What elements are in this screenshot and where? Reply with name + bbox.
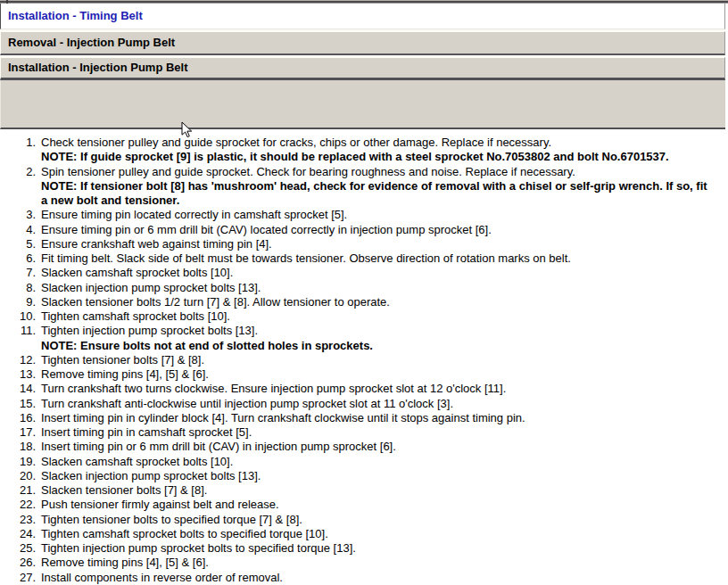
step-number: 6. bbox=[0, 251, 36, 266]
step-number: 13. bbox=[0, 367, 36, 382]
step-text: Insert timing pin in camshaft sprocket [… bbox=[41, 425, 728, 440]
step-text: Spin tensioner pulley and guide sprocket… bbox=[41, 165, 728, 179]
procedure-step-row: 3. Ensure timing pin located correctly i… bbox=[0, 208, 728, 222]
step-number: 23. bbox=[0, 513, 36, 527]
note-text: NOTE: Ensure bolts not at end of slotted… bbox=[41, 339, 728, 353]
step-text: Remove timing pins [4], [5] & [6]. bbox=[41, 367, 728, 382]
procedure-step-row: 6. Fit timing belt. Slack side of belt m… bbox=[0, 251, 728, 266]
step-number: 3. bbox=[0, 208, 36, 222]
step-number: 9. bbox=[0, 295, 36, 309]
procedure-step-row: 24. Tighten camshaft sprocket bolts to s… bbox=[0, 527, 728, 541]
step-number: 15. bbox=[0, 397, 36, 411]
procedure-step-row: 10. Tighten camshaft sprocket bolts [10]… bbox=[0, 309, 728, 324]
step-number: 27. bbox=[0, 571, 36, 585]
procedure-step-row: 18. Insert timing pin or 6 mm drill bit … bbox=[0, 440, 728, 454]
step-text: Ensure timing pin or 6 mm drill bit (CAV… bbox=[41, 223, 728, 237]
note-number-spacer bbox=[0, 339, 36, 353]
empty-gray-panel bbox=[0, 80, 725, 129]
clipped-divider bbox=[6, 0, 8, 4]
step-number: 11. bbox=[0, 324, 36, 338]
procedure-step-row: 19. Slacken camshaft sprocket bolts [10]… bbox=[0, 455, 728, 469]
procedure-step-row: 17. Insert timing pin in camshaft sprock… bbox=[0, 425, 728, 440]
step-text: Slacken injection pump sprocket bolts [1… bbox=[41, 281, 728, 295]
procedure-step-row: 1. Check tensioner pulley and guide spro… bbox=[0, 136, 728, 150]
procedure-step-row: 23. Tighten tensioner bolts to specified… bbox=[0, 513, 728, 527]
step-number: 8. bbox=[0, 281, 36, 295]
step-text: Slacken tensioner bolts 1/2 turn [7] & [… bbox=[41, 295, 728, 309]
step-text: Ensure timing pin located correctly in c… bbox=[41, 208, 728, 222]
section-header-installation-injection-pump-belt[interactable]: Installation - Injection Pump Belt bbox=[0, 57, 725, 80]
step-text: Remove timing pins [4], [5] & [6]. bbox=[41, 556, 728, 570]
procedure-note-row: NOTE: If guide sprocket [9] is plastic, … bbox=[0, 150, 728, 164]
step-number: 20. bbox=[0, 469, 36, 483]
procedure-note-row: a new bolt and tensioner. bbox=[0, 194, 728, 208]
step-number: 22. bbox=[0, 498, 36, 512]
step-number: 26. bbox=[0, 556, 36, 570]
procedure-step-row: 11. Tighten injection pump sprocket bolt… bbox=[0, 324, 728, 338]
step-text: Tighten injection pump sprocket bolts to… bbox=[41, 541, 728, 556]
step-number: 17. bbox=[0, 425, 36, 440]
note-number-spacer bbox=[0, 179, 36, 194]
step-number: 24. bbox=[0, 527, 36, 541]
step-text: Tighten camshaft sprocket bolts to speci… bbox=[41, 527, 728, 541]
procedure-step-row: 7. Slacken camshaft sprocket bolts [10]. bbox=[0, 266, 728, 280]
step-text: Insert timing pin or 6 mm drill bit (CAV… bbox=[41, 440, 728, 454]
note-text: a new bolt and tensioner. bbox=[41, 194, 728, 208]
step-text: Slacken camshaft sprocket bolts [10]. bbox=[41, 266, 728, 280]
section-header-label: Installation - Injection Pump Belt bbox=[8, 61, 188, 74]
section-accordion: Installation - Timing Belt Removal - Inj… bbox=[0, 4, 725, 80]
procedure-list: 1. Check tensioner pulley and guide spro… bbox=[0, 136, 728, 585]
procedure-step-row: 13. Remove timing pins [4], [5] & [6]. bbox=[0, 367, 728, 382]
step-text: Slacken injection pump sprocket bolts [1… bbox=[41, 469, 728, 483]
step-number: 25. bbox=[0, 541, 36, 556]
procedure-content: 1. Check tensioner pulley and guide spro… bbox=[0, 129, 728, 585]
note-number-spacer bbox=[0, 150, 36, 164]
clipped-section-above bbox=[0, 0, 728, 4]
section-header-label: Removal - Injection Pump Belt bbox=[8, 36, 175, 49]
procedure-step-row: 21. Slacken tensioner bolts [7] & [8]. bbox=[0, 483, 728, 498]
step-number: 14. bbox=[0, 382, 36, 396]
procedure-step-row: 15. Turn crankshaft anti-clockwise until… bbox=[0, 397, 728, 411]
section-header-removal-injection-pump-belt[interactable]: Removal - Injection Pump Belt bbox=[0, 31, 725, 55]
note-number-spacer bbox=[0, 194, 36, 208]
step-text: Slacken tensioner bolts [7] & [8]. bbox=[41, 483, 728, 498]
procedure-step-row: 25. Tighten injection pump sprocket bolt… bbox=[0, 541, 728, 556]
step-number: 10. bbox=[0, 309, 36, 324]
step-text: Ensure crankshaft web against timing pin… bbox=[41, 237, 728, 251]
step-number: 2. bbox=[0, 165, 36, 179]
section-header-installation-timing-belt[interactable]: Installation - Timing Belt bbox=[0, 4, 725, 29]
step-text: Fit timing belt. Slack side of belt must… bbox=[41, 251, 728, 266]
procedure-step-row: 26. Remove timing pins [4], [5] & [6]. bbox=[0, 556, 728, 570]
step-text: Insert timing pin in cylinder block [4].… bbox=[41, 411, 728, 425]
step-text: Check tensioner pulley and guide sprocke… bbox=[41, 136, 728, 150]
step-number: 1. bbox=[0, 136, 36, 150]
step-number: 5. bbox=[0, 237, 36, 251]
step-text: Tighten injection pump sprocket bolts [1… bbox=[41, 324, 728, 338]
section-header-label: Installation - Timing Belt bbox=[8, 9, 143, 22]
procedure-note-row: NOTE: Ensure bolts not at end of slotted… bbox=[0, 339, 728, 353]
note-text: NOTE: If tensioner bolt [8] has 'mushroo… bbox=[41, 179, 728, 194]
procedure-step-row: 22. Push tensioner firmly against belt a… bbox=[0, 498, 728, 512]
procedure-note-row: NOTE: If tensioner bolt [8] has 'mushroo… bbox=[0, 179, 728, 194]
procedure-step-row: 4. Ensure timing pin or 6 mm drill bit (… bbox=[0, 223, 728, 237]
procedure-step-row: 8. Slacken injection pump sprocket bolts… bbox=[0, 281, 728, 295]
step-text: Tighten camshaft sprocket bolts [10]. bbox=[41, 309, 728, 324]
procedure-step-row: 2. Spin tensioner pulley and guide sproc… bbox=[0, 165, 728, 179]
procedure-step-row: 9. Slacken tensioner bolts 1/2 turn [7] … bbox=[0, 295, 728, 309]
step-text: Tighten tensioner bolts [7] & [8]. bbox=[41, 353, 728, 367]
procedure-step-row: 14. Turn crankshaft two turns clockwise.… bbox=[0, 382, 728, 396]
procedure-step-row: 5. Ensure crankshaft web against timing … bbox=[0, 237, 728, 251]
step-number: 16. bbox=[0, 411, 36, 425]
procedure-step-row: 20. Slacken injection pump sprocket bolt… bbox=[0, 469, 728, 483]
step-text: Push tensioner firmly against belt and r… bbox=[41, 498, 728, 512]
step-text: Turn crankshaft anti-clockwise until inj… bbox=[41, 397, 728, 411]
step-number: 7. bbox=[0, 266, 36, 280]
step-number: 12. bbox=[0, 353, 36, 367]
step-text: Install components in reverse order of r… bbox=[41, 571, 728, 585]
step-text: Tighten tensioner bolts to specified tor… bbox=[41, 513, 728, 527]
step-number: 21. bbox=[0, 483, 36, 498]
step-number: 19. bbox=[0, 455, 36, 469]
step-text: Slacken camshaft sprocket bolts [10]. bbox=[41, 455, 728, 469]
step-text: Turn crankshaft two turns clockwise. Ens… bbox=[41, 382, 728, 396]
procedure-step-row: 27. Install components in reverse order … bbox=[0, 571, 728, 585]
